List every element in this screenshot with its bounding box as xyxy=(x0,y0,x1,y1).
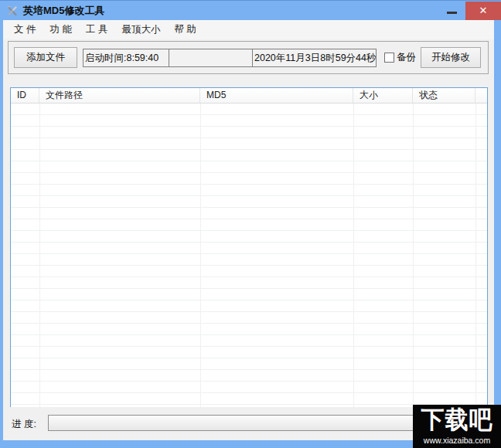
column-divider xyxy=(475,104,476,407)
minimize-button[interactable] xyxy=(438,1,465,20)
window-title: 英培MD5修改工具 xyxy=(23,1,104,20)
table-body-empty[interactable] xyxy=(11,104,487,407)
column-divider xyxy=(39,104,40,407)
column-divider xyxy=(353,104,354,407)
menubar: 文 件 功 能 工 具 最顶大小 帮 助 xyxy=(3,20,494,39)
column-header-file-path[interactable]: 文件路径 xyxy=(39,88,200,103)
status-middle-field xyxy=(169,49,253,67)
app-window: 英培MD5修改工具 ✕ 文 件 功 能 工 具 最顶大小 帮 助 添加文件 启动… xyxy=(0,0,501,448)
backup-label: 备份 xyxy=(397,51,416,64)
menu-item-file[interactable]: 文 件 xyxy=(7,20,43,39)
watermark-logo: 下载吧 xyxy=(421,404,493,436)
backup-option: 备份 xyxy=(384,51,416,64)
minimize-icon xyxy=(447,12,457,14)
menu-item-function[interactable]: 功 能 xyxy=(43,20,78,39)
column-header-filler xyxy=(475,88,487,103)
close-icon: ✕ xyxy=(479,5,488,16)
watermark-badge: 下载吧 www.xiazaiba.com xyxy=(413,405,501,448)
column-header-md5[interactable]: MD5 xyxy=(200,88,353,103)
start-time-field: 启动时间:8:59:40 xyxy=(83,49,169,67)
status-bar: 启动时间:8:59:40 2020年11月3日8时59分44秒 xyxy=(83,49,377,67)
titlebar: 英培MD5修改工具 ✕ xyxy=(0,1,501,20)
backup-checkbox[interactable] xyxy=(384,53,394,63)
watermark-url: www.xiazaiba.com xyxy=(424,436,490,445)
column-header-id[interactable]: ID xyxy=(11,88,39,103)
column-divider xyxy=(200,104,201,407)
menu-item-tools[interactable]: 工 具 xyxy=(79,20,114,39)
close-button[interactable]: ✕ xyxy=(465,2,501,20)
column-header-status[interactable]: 状态 xyxy=(413,88,475,103)
add-file-button[interactable]: 添加文件 xyxy=(14,47,77,68)
datetime-field: 2020年11月3日8时59分44秒 xyxy=(252,49,377,67)
start-modify-button[interactable]: 开始修改 xyxy=(421,47,481,68)
table-header: ID 文件路径 MD5 大小 状态 xyxy=(11,88,487,104)
file-list-table: ID 文件路径 MD5 大小 状态 xyxy=(10,87,488,407)
progress-label: 进 度: xyxy=(12,418,36,431)
app-tools-icon xyxy=(6,5,19,17)
client-area: 文 件 功 能 工 具 最顶大小 帮 助 添加文件 启动时间:8:59:40 2… xyxy=(3,20,494,440)
toolbar-panel: 添加文件 启动时间:8:59:40 2020年11月3日8时59分44秒 备份 … xyxy=(8,41,489,74)
menu-item-help[interactable]: 帮 助 xyxy=(167,20,203,39)
menu-item-topmost-size[interactable]: 最顶大小 xyxy=(114,20,167,39)
column-divider xyxy=(413,104,414,407)
column-header-size[interactable]: 大小 xyxy=(353,88,413,103)
